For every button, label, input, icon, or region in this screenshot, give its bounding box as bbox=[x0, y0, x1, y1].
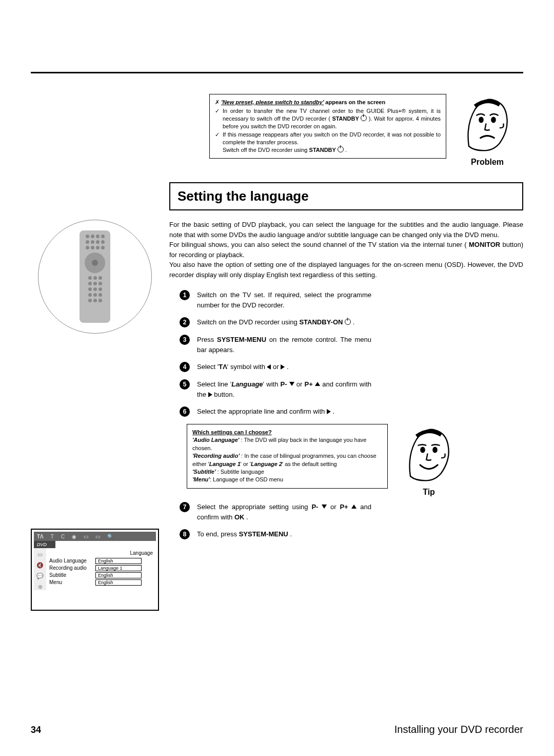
tip-face-col: Tip bbox=[393, 424, 465, 497]
step-4: 4 Select 'TΛ' symbol with or . bbox=[180, 362, 523, 372]
step-2: 2 Switch on the DVD recorder using STAND… bbox=[180, 317, 523, 327]
osd-row: Subtitle English bbox=[49, 572, 153, 578]
problem-face-col: Problem bbox=[451, 94, 523, 167]
page-footer: 34 Installing your DVD recorder bbox=[31, 724, 523, 735]
svg-point-0 bbox=[479, 117, 484, 123]
problem-check2: If this message reappears after you swit… bbox=[223, 131, 441, 154]
intro-paragraphs: For the basic setting of DVD playback, y… bbox=[169, 220, 523, 280]
osd-row: Recording audio Language 1 bbox=[49, 565, 153, 571]
step-badge: 6 bbox=[180, 406, 190, 417]
step-badge: 1 bbox=[180, 290, 190, 300]
step-badge: 8 bbox=[180, 529, 190, 539]
check-icon: ✓ bbox=[215, 131, 220, 154]
step-7: 7 Select the appropriate setting using P… bbox=[180, 502, 523, 522]
tip-box: Which settings can I choose? 'Audio Lang… bbox=[187, 424, 388, 489]
osd-row: Menu English bbox=[49, 579, 153, 586]
step-badge: 2 bbox=[180, 317, 190, 327]
problem-box: ✗ 'New preset, please switch to standby'… bbox=[209, 94, 446, 159]
top-rule bbox=[31, 72, 523, 73]
power-icon bbox=[338, 146, 344, 152]
section-title-box: Setting the language bbox=[169, 182, 523, 210]
down-icon bbox=[289, 382, 294, 386]
problem-title-b: appears on the screen bbox=[324, 99, 385, 105]
tip-title: Which settings can I choose? bbox=[192, 429, 382, 436]
tool-icon: TΛ bbox=[219, 363, 227, 371]
step-badge: 3 bbox=[180, 335, 190, 345]
power-icon bbox=[361, 115, 367, 121]
check-icon: ✓ bbox=[215, 107, 220, 130]
osd-tab-bar: TΛ T C ◉ ▭ ▭ 🔍 bbox=[34, 532, 156, 541]
osd-row: Audio Language English bbox=[49, 558, 153, 564]
step-1: 1 Switch on the TV set. If required, sel… bbox=[180, 290, 523, 310]
problem-check1: In order to transfer the new TV channel … bbox=[223, 107, 441, 130]
step-badge: 7 bbox=[180, 502, 190, 512]
up-icon bbox=[315, 382, 320, 386]
osd-screenshot: TΛ T C ◉ ▭ ▭ 🔍 DVD ▭ 🔇 💬 ⊕ bbox=[31, 529, 159, 611]
problem-row: ✗ 'New preset, please switch to standby'… bbox=[31, 94, 523, 167]
step-badge: 4 bbox=[180, 362, 190, 372]
step-6: 6 Select the appropriate line and confir… bbox=[180, 406, 523, 417]
right-icon bbox=[281, 364, 285, 370]
down-icon bbox=[322, 505, 327, 509]
up-icon bbox=[351, 505, 357, 509]
osd-side-icons: ▭ 🔇 💬 ⊕ bbox=[34, 548, 46, 590]
step-5: 5 Select line 'Language' with P- or P+ a… bbox=[180, 379, 523, 399]
cross-icon: ✗ bbox=[215, 99, 220, 105]
power-icon bbox=[345, 319, 351, 325]
smile-face-icon bbox=[398, 424, 460, 486]
tip-row: Which settings can I choose? 'Audio Lang… bbox=[187, 424, 523, 497]
svg-point-2 bbox=[420, 447, 425, 453]
osd-dvd-badge: DVD bbox=[34, 541, 55, 548]
step-3: 3 Press SYSTEM-MENU on the remote contro… bbox=[180, 335, 523, 355]
step-8: 8 To end, press SYSTEM-MENU . bbox=[180, 529, 523, 539]
tip-label: Tip bbox=[423, 488, 435, 497]
svg-point-3 bbox=[432, 447, 438, 453]
osd-heading: Language bbox=[49, 550, 153, 556]
problem-title-a: 'New preset, please switch to standby' bbox=[221, 99, 324, 105]
right-icon bbox=[327, 409, 331, 414]
remote-illustration bbox=[38, 220, 152, 334]
problem-label: Problem bbox=[471, 158, 504, 167]
section-title: Setting the language bbox=[177, 188, 515, 204]
footer-title: Installing your DVD recorder bbox=[394, 724, 523, 735]
page-number: 34 bbox=[31, 725, 41, 735]
frown-face-icon bbox=[457, 94, 518, 156]
step-badge: 5 bbox=[180, 379, 190, 390]
right-icon bbox=[208, 392, 212, 397]
svg-point-1 bbox=[491, 117, 496, 123]
